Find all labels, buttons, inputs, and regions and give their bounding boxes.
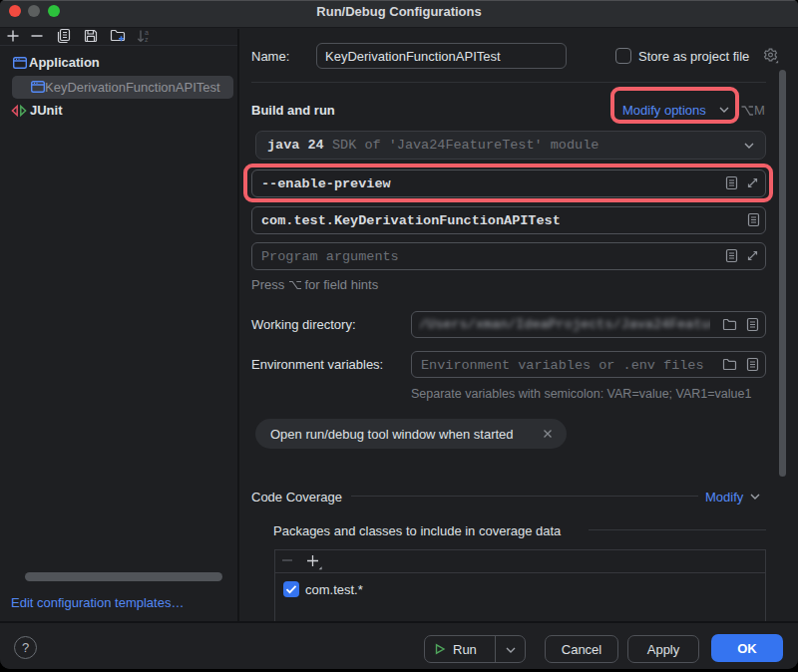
svg-text:a: a [145, 29, 149, 36]
svg-text:z: z [145, 36, 149, 43]
